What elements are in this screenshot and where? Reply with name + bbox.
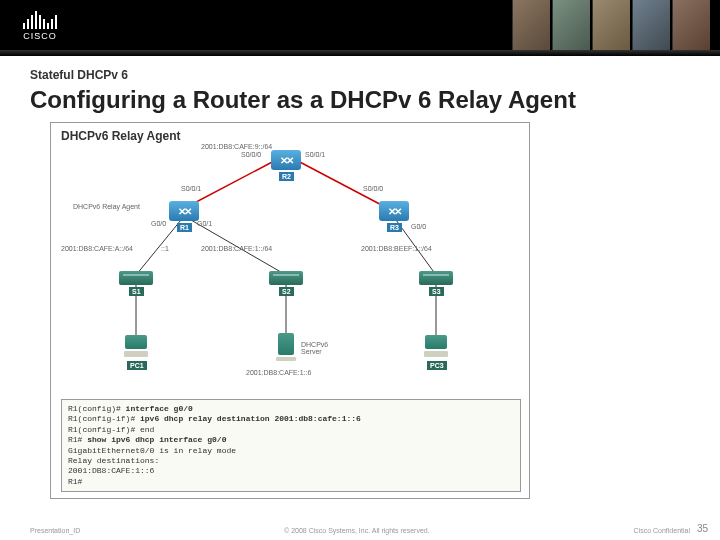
- pc1-label: PC1: [127, 361, 147, 370]
- if-g01: G0/1: [197, 220, 212, 227]
- switch-s2-label: S2: [279, 287, 294, 296]
- if-g00-r: G0/0: [411, 223, 426, 230]
- breadcrumb: Stateful DHCPv 6: [30, 68, 690, 82]
- cli-l4a: R1#: [68, 435, 87, 444]
- page-title: Configuring a Router as a DHCPv 6 Relay …: [30, 86, 690, 114]
- router-r1-icon: ✕✕: [169, 201, 199, 221]
- footer-center: © 2008 Cisco Systems, Inc. All rights re…: [284, 527, 430, 534]
- cli-output: R1(config)# interface g0/0 R1(config-if)…: [61, 399, 521, 492]
- footer-left: Presentation_ID: [30, 527, 80, 534]
- diagram-container: DHCPv6 Relay Agent 2001:DB8:CAFE:9::/64 …: [50, 122, 530, 499]
- switch-s1-icon: [119, 271, 153, 285]
- switch-s1-label: S1: [129, 287, 144, 296]
- svg-line-2: [136, 220, 181, 275]
- network-topology: 2001:DB8:CAFE:9::/64 ✕✕ R2 S0/0/0 S0/0/1…: [61, 145, 519, 395]
- router-r2-icon: ✕✕: [271, 150, 301, 170]
- cli-l3: R1(config-if)# end: [68, 425, 514, 435]
- router-r2-label: R2: [279, 172, 294, 181]
- addr-net-1: 2001:DB8:CAFE:1::/64: [201, 245, 272, 252]
- addr-net-b: 2001:DB8:BEEF:1::/64: [361, 245, 432, 252]
- if-s001-r: S0/0/1: [305, 151, 325, 158]
- cli-l1b: interface g0/0: [126, 404, 193, 413]
- server-icon: [276, 333, 296, 361]
- cisco-wordmark: CISCO: [23, 31, 57, 41]
- if-s000-rr: S0/0/0: [363, 185, 383, 192]
- top-banner: CISCO: [0, 0, 720, 50]
- cli-l4b: show ipv6 dhcp interface g0/0: [87, 435, 226, 444]
- addr-top-net: 2001:DB8:CAFE:9::/64: [201, 143, 272, 150]
- if-g00-l: G0/0: [151, 220, 166, 227]
- page-number: 35: [697, 523, 708, 534]
- router-r1-label: R1: [177, 223, 192, 232]
- pc3-label: PC3: [427, 361, 447, 370]
- diagram-title: DHCPv6 Relay Agent: [61, 129, 519, 143]
- pc3-icon: [422, 335, 450, 359]
- cli-l1a: R1(config)#: [68, 404, 126, 413]
- cli-l8: R1#: [68, 477, 514, 487]
- server-addr: 2001:DB8:CAFE:1::6: [246, 369, 311, 376]
- switch-s2-icon: [269, 271, 303, 285]
- cli-l7: 2001:DB8:CAFE:1::6: [68, 466, 514, 476]
- cli-l6: Relay destinations:: [68, 456, 514, 466]
- slide-footer: Presentation_ID © 2008 Cisco Systems, In…: [0, 527, 720, 534]
- cli-l5: GigabitEthernet0/0 is in relay mode: [68, 446, 514, 456]
- slide-content: Stateful DHCPv 6 Configuring a Router as…: [0, 56, 720, 499]
- pc1-icon: [122, 335, 150, 359]
- addr-net-a: 2001:DB8:CAFE:A::/64: [61, 245, 133, 252]
- router-r3-label: R3: [387, 223, 402, 232]
- switch-s3-label: S3: [429, 287, 444, 296]
- relay-note: DHCPv6 Relay Agent: [73, 203, 140, 210]
- cisco-signal-icon: [23, 9, 57, 29]
- footer-right: Cisco Confidential: [634, 527, 690, 534]
- addr-one: ::1: [161, 245, 169, 252]
- cli-l2a: R1(config-if)#: [68, 414, 140, 423]
- cli-l2b: ipv6 dhcp relay destination 2001:db8:caf…: [140, 414, 361, 423]
- banner-photos: [512, 0, 710, 50]
- cisco-logo: CISCO: [10, 5, 70, 45]
- if-s001-rl: S0/0/1: [181, 185, 201, 192]
- router-r3-icon: ✕✕: [379, 201, 409, 221]
- server-label: DHCPv6 Server: [301, 341, 328, 355]
- if-s000-l: S0/0/0: [241, 151, 261, 158]
- switch-s3-icon: [419, 271, 453, 285]
